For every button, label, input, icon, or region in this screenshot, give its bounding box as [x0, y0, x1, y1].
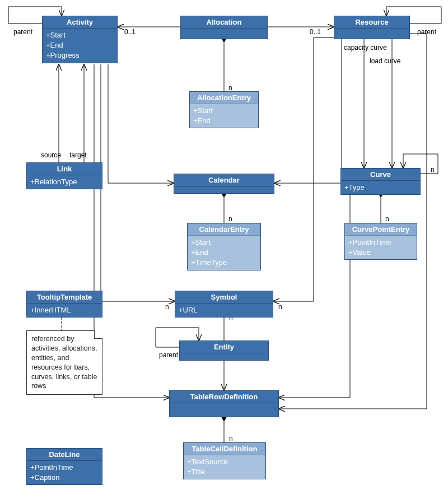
- label-source: source: [41, 151, 61, 159]
- class-calendar-entry-body: +Start +End +TimeType: [188, 236, 260, 270]
- class-table-cell-def-body: +TextSource +Title: [184, 455, 265, 479]
- label-n-tablecell: n: [229, 435, 233, 442]
- class-link-title: Link: [27, 163, 102, 175]
- label-capacity-curve: capacity curve: [344, 44, 387, 52]
- class-allocation: Allocation: [180, 16, 268, 39]
- class-table-cell-def-title: TableCellDefinition: [184, 443, 265, 455]
- label-n-curvept: n: [385, 215, 389, 223]
- class-curve-point-entry-body: +PointInTime +Value: [345, 236, 417, 259]
- attr: +PointInTime: [30, 463, 99, 473]
- class-link-body: +RelationType: [27, 175, 102, 189]
- class-calendar-entry-title: CalendarEntry: [188, 223, 260, 236]
- class-allocation-entry-title: AllocationEntry: [190, 92, 258, 104]
- attr: +Value: [348, 248, 413, 258]
- class-symbol-title: Symbol: [175, 291, 273, 304]
- class-table-row-def-title: TableRowDefinition: [170, 391, 278, 403]
- label-n-symbol-right: n: [278, 303, 282, 311]
- label-n-calentry: n: [228, 215, 232, 223]
- class-dateline-body: +PointInTime +Caption: [27, 461, 102, 484]
- note-tooltip: referenced by activities, allocations, e…: [26, 330, 102, 395]
- attr: +Start: [193, 106, 255, 116]
- attr: +PointInTime: [348, 237, 413, 248]
- label-target: target: [69, 151, 87, 159]
- class-calendar-body: [174, 186, 274, 193]
- class-dateline: DateLine +PointInTime +Caption: [26, 448, 102, 485]
- label-parent-activity: parent: [13, 28, 32, 36]
- class-tooltip-template-body: +InnerHTML: [27, 304, 102, 317]
- class-resource-title: Resource: [334, 16, 409, 29]
- attr: +Start: [191, 237, 257, 248]
- attr: +Start: [46, 30, 114, 40]
- attr: +Title: [187, 467, 262, 477]
- attr: +Caption: [30, 473, 99, 483]
- label-n-allocentry: n: [228, 84, 232, 92]
- class-activity-body: +Start +End +Progress: [43, 29, 117, 63]
- class-resource-body: [334, 29, 409, 39]
- class-activity: Activity +Start +End +Progress: [42, 16, 118, 63]
- attr: +RelationType: [30, 177, 99, 187]
- label-zeroone-left: 0..1: [124, 28, 136, 36]
- class-curve-point-entry-title: CurvePointEntry: [345, 223, 417, 236]
- class-entity: Entity: [179, 340, 269, 361]
- class-calendar-entry: CalendarEntry +Start +End +TimeType: [187, 223, 261, 270]
- attr: +End: [46, 40, 114, 50]
- class-symbol: Symbol +URL: [175, 291, 273, 318]
- class-allocation-entry: AllocationEntry +Start +End: [189, 91, 259, 128]
- class-resource: Resource: [334, 16, 410, 39]
- attr: +URL: [179, 305, 269, 315]
- class-dateline-title: DateLine: [27, 449, 102, 461]
- class-table-row-def: TableRowDefinition: [169, 390, 279, 417]
- label-load-curve: load curve: [370, 57, 400, 65]
- class-calendar: Calendar: [174, 174, 274, 194]
- attr: +End: [191, 248, 257, 258]
- class-table-row-def-body: [170, 403, 278, 417]
- class-allocation-body: [181, 29, 267, 39]
- attr: +Type: [344, 183, 417, 193]
- class-link: Link +RelationType: [26, 162, 102, 189]
- class-curve-title: Curve: [341, 169, 420, 181]
- class-entity-body: [180, 353, 268, 360]
- label-n-symbol-left: n: [165, 303, 169, 311]
- label-parent-entity: parent: [159, 351, 178, 359]
- attr: +Progress: [46, 50, 114, 60]
- label-n-curve-self: n: [431, 166, 435, 174]
- attr: +TextSource: [187, 457, 262, 467]
- attr: +InnerHTML: [30, 305, 99, 315]
- class-tooltip-template: TooltipTemplate +InnerHTML: [26, 291, 102, 318]
- class-tooltip-template-title: TooltipTemplate: [27, 291, 102, 304]
- class-curve-point-entry: CurvePointEntry +PointInTime +Value: [344, 223, 417, 260]
- class-activity-title: Activity: [43, 16, 117, 29]
- class-allocation-entry-body: +Start +End: [190, 104, 258, 128]
- class-symbol-body: +URL: [175, 304, 273, 317]
- attr: +End: [193, 116, 255, 126]
- label-zeroone-right: 0..1: [310, 28, 321, 36]
- class-allocation-title: Allocation: [181, 16, 267, 29]
- class-entity-title: Entity: [180, 341, 268, 353]
- label-parent-resource: parent: [417, 28, 436, 36]
- class-curve-body: +Type: [341, 181, 420, 194]
- attr: +TimeType: [191, 258, 257, 268]
- class-calendar-title: Calendar: [174, 174, 274, 186]
- class-curve: Curve +Type: [340, 168, 421, 195]
- class-table-cell-def: TableCellDefinition +TextSource +Title: [183, 442, 266, 479]
